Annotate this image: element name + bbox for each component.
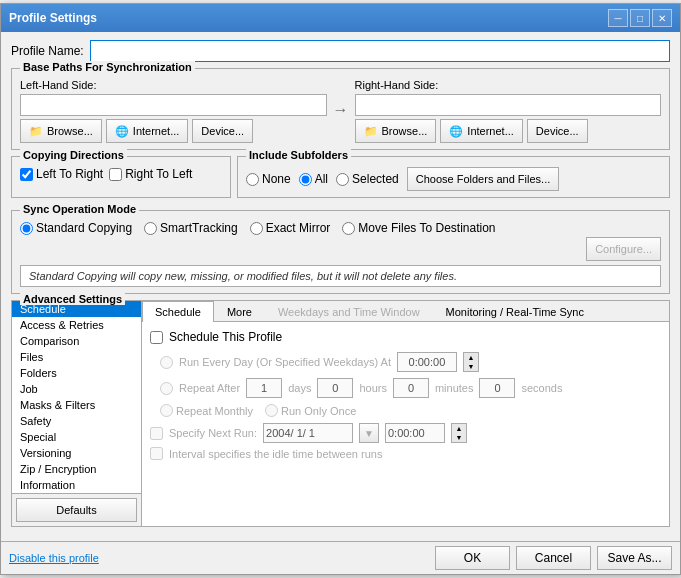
all-radio-item: All — [299, 172, 328, 186]
sidebar-item-zip-encryption[interactable]: Zip / Encryption — [12, 461, 141, 477]
right-internet-button[interactable]: 🌐 Internet... — [440, 119, 522, 143]
sidebar-item-information[interactable]: Information — [12, 477, 141, 493]
sync-mode-group: Sync Operation Mode Standard Copying Sma… — [11, 210, 670, 294]
interval-checkbox[interactable] — [150, 447, 163, 460]
ok-button[interactable]: OK — [435, 546, 510, 570]
run-every-day-time-input[interactable] — [397, 352, 457, 372]
copying-directions-checkboxes: Left To Right Right To Left — [20, 163, 222, 181]
sync-mode-title: Sync Operation Mode — [20, 203, 139, 215]
repeat-after-radio[interactable] — [160, 382, 173, 395]
close-button[interactable]: ✕ — [652, 9, 672, 27]
main-window: Profile Settings ─ □ ✕ Profile Name: Bas… — [0, 3, 681, 575]
sidebar-item-masks-filters[interactable]: Masks & Filters — [12, 397, 141, 413]
minutes-label: minutes — [435, 382, 474, 394]
smart-tracking-radio[interactable] — [144, 222, 157, 235]
exact-mirror-item: Exact Mirror — [250, 221, 331, 235]
right-browse-button[interactable]: 📁 Browse... — [355, 119, 437, 143]
tab-monitoring[interactable]: Monitoring / Real-Time Sync — [433, 301, 597, 322]
repeat-minutes-input[interactable] — [393, 378, 429, 398]
next-run-date-input[interactable] — [263, 423, 353, 443]
cancel-button[interactable]: Cancel — [516, 546, 591, 570]
copying-directions-group: Copying Directions Left To Right Right T… — [11, 156, 231, 198]
repeat-seconds-input[interactable] — [479, 378, 515, 398]
minimize-button[interactable]: ─ — [608, 9, 628, 27]
include-subfolders-title: Include Subfolders — [246, 149, 351, 161]
right-path-input[interactable] — [355, 94, 662, 116]
run-every-day-spin-up[interactable]: ▲ — [464, 353, 478, 362]
none-radio[interactable] — [246, 173, 259, 186]
title-bar: Profile Settings ─ □ ✕ — [1, 4, 680, 32]
tab-schedule[interactable]: Schedule — [142, 301, 214, 322]
profile-name-label: Profile Name: — [11, 44, 84, 58]
save-as-button[interactable]: Save As... — [597, 546, 672, 570]
right-device-button[interactable]: Device... — [527, 119, 588, 143]
profile-name-input[interactable] — [90, 40, 670, 62]
run-every-day-spin-down[interactable]: ▼ — [464, 362, 478, 371]
next-run-spin-up[interactable]: ▲ — [452, 424, 466, 433]
sidebar-item-safety[interactable]: Safety — [12, 413, 141, 429]
repeat-hours-input[interactable] — [317, 378, 353, 398]
exact-mirror-radio[interactable] — [250, 222, 263, 235]
right-side-buttons: 📁 Browse... 🌐 Internet... Device... — [355, 119, 662, 143]
repeat-after-label: Repeat After — [179, 382, 240, 394]
advanced-settings-title: Advanced Settings — [20, 293, 125, 305]
sidebar-item-access-retries[interactable]: Access & Retries — [12, 317, 141, 333]
move-files-label: Move Files To Destination — [358, 221, 495, 235]
repeat-monthly-item: Repeat Monthly — [160, 404, 253, 417]
tab-weekdays: Weekdays and Time Window — [265, 301, 433, 322]
run-only-once-item: Run Only Once — [265, 404, 356, 417]
schedule-this-checkbox[interactable] — [150, 331, 163, 344]
tab-more[interactable]: More — [214, 301, 265, 322]
defaults-btn-area: Defaults — [12, 493, 141, 526]
smart-tracking-label: SmartTracking — [160, 221, 238, 235]
sidebar-item-files[interactable]: Files — [12, 349, 141, 365]
standard-copying-label: Standard Copying — [36, 221, 132, 235]
base-paths-title: Base Paths For Synchronization — [20, 61, 195, 73]
run-only-once-radio[interactable] — [265, 404, 278, 417]
sidebar-item-comparison[interactable]: Comparison — [12, 333, 141, 349]
standard-copying-radio[interactable] — [20, 222, 33, 235]
sync-mode-info: Standard Copying will copy new, missing,… — [20, 265, 661, 287]
left-to-right-checkbox[interactable] — [20, 168, 33, 181]
configure-row: Configure... — [20, 237, 661, 261]
tabs-bar: Schedule More Weekdays and Time Window M… — [142, 301, 669, 322]
configure-button[interactable]: Configure... — [586, 237, 661, 261]
advanced-sidebar: Schedule Access & Retries Comparison Fil… — [12, 301, 142, 526]
right-to-left-checkbox[interactable] — [109, 168, 122, 181]
right-to-left-item: Right To Left — [109, 167, 192, 181]
repeat-days-input[interactable] — [246, 378, 282, 398]
repeat-after-row: Repeat After days hours minutes seconds — [150, 378, 661, 398]
left-path-input[interactable] — [20, 94, 327, 116]
advanced-main-panel: Schedule More Weekdays and Time Window M… — [142, 301, 669, 526]
next-run-time-input[interactable] — [385, 423, 445, 443]
left-internet-button[interactable]: 🌐 Internet... — [106, 119, 188, 143]
choose-folders-button[interactable]: Choose Folders and Files... — [407, 167, 560, 191]
schedule-this-profile-row: Schedule This Profile — [150, 330, 661, 344]
selected-radio-item: Selected — [336, 172, 399, 186]
left-side-block: Left-Hand Side: 📁 Browse... 🌐 Internet..… — [20, 79, 327, 143]
left-device-button[interactable]: Device... — [192, 119, 253, 143]
next-run-spin-down[interactable]: ▼ — [452, 433, 466, 442]
sidebar-item-folders[interactable]: Folders — [12, 365, 141, 381]
sidebar-item-versioning[interactable]: Versioning — [12, 445, 141, 461]
main-content: Profile Name: Base Paths For Synchroniza… — [1, 32, 680, 541]
all-radio[interactable] — [299, 173, 312, 186]
left-browse-button[interactable]: 📁 Browse... — [20, 119, 102, 143]
run-every-day-radio[interactable] — [160, 356, 173, 369]
sidebar-item-special[interactable]: Special — [12, 429, 141, 445]
disable-profile-link[interactable]: Disable this profile — [9, 552, 99, 564]
date-picker-button[interactable]: ▼ — [359, 423, 379, 443]
right-side-block: Right-Hand Side: 📁 Browse... 🌐 Internet.… — [355, 79, 662, 143]
specify-next-run-checkbox[interactable] — [150, 427, 163, 440]
move-files-radio[interactable] — [342, 222, 355, 235]
sync-arrow-icon: → — [333, 101, 349, 118]
run-every-day-spinner: ▲ ▼ — [463, 352, 479, 372]
arrow-block: → — [333, 79, 349, 119]
sidebar-item-job[interactable]: Job — [12, 381, 141, 397]
defaults-button[interactable]: Defaults — [16, 498, 137, 522]
interval-row: Interval specifies the idle time between… — [150, 447, 661, 460]
maximize-button[interactable]: □ — [630, 9, 650, 27]
repeat-monthly-radio[interactable] — [160, 404, 173, 417]
selected-radio[interactable] — [336, 173, 349, 186]
monthly-row: Repeat Monthly Run Only Once — [150, 404, 661, 417]
